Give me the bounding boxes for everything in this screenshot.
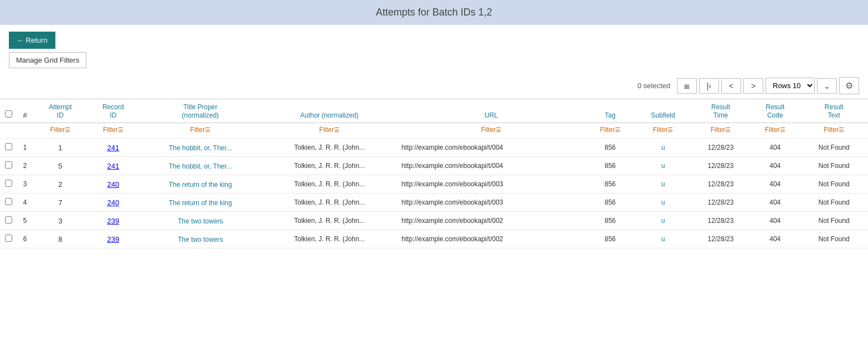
row-title-proper[interactable]: The hobbit, or, Ther... — [139, 157, 262, 175]
prev-page-button[interactable]: < — [721, 78, 741, 94]
row-record-id[interactable]: 240 — [88, 175, 139, 194]
record-id-link[interactable]: 239 — [107, 217, 119, 225]
table-row: 5 3 239 The two towers Tolkien, J. R. R.… — [0, 212, 868, 230]
record-id-link[interactable]: 241 — [107, 162, 119, 170]
th-result-time[interactable]: ResultTime — [691, 99, 751, 123]
row-tag: 856 — [585, 230, 635, 248]
row-attempt-id: 5 — [33, 157, 88, 175]
filter-tag[interactable]: Filter☰ — [585, 123, 635, 139]
row-url: http://example.com/ebookapi/t/003 — [397, 175, 585, 194]
filter-title-proper[interactable]: Filter☰ — [139, 123, 262, 139]
record-id-link[interactable]: 241 — [107, 144, 119, 152]
row-checkbox-cell[interactable] — [0, 212, 17, 230]
title-link[interactable]: The return of the king — [169, 199, 232, 207]
th-attempt-id-link[interactable]: AttemptID — [49, 103, 71, 119]
th-title-proper[interactable]: Title Proper(normalized) — [139, 99, 262, 123]
table-row: 6 8 239 The two towers Tolkien, J. R. R.… — [0, 230, 868, 248]
th-subfield[interactable]: Subfield — [635, 99, 691, 123]
row-checkbox-cell[interactable] — [0, 139, 17, 157]
row-checkbox[interactable] — [5, 216, 12, 223]
filter-row: Filter☰ Filter☰ Filter☰ Filter☰ Filter☰ … — [0, 123, 868, 139]
return-button[interactable]: ← Return — [9, 32, 55, 49]
table-row: 1 1 241 The hobbit, or, Ther... Tolkien,… — [0, 139, 868, 157]
th-record-id-link[interactable]: RecordID — [102, 103, 124, 119]
th-result-time-link[interactable]: ResultTime — [711, 103, 730, 119]
th-subfield-link[interactable]: Subfield — [651, 111, 675, 119]
filter-subfield[interactable]: Filter☰ — [635, 123, 691, 139]
th-tag[interactable]: Tag — [585, 99, 635, 123]
row-record-id[interactable]: 241 — [88, 157, 139, 175]
row-record-id[interactable]: 241 — [88, 139, 139, 157]
th-record-id[interactable]: RecordID — [88, 99, 139, 123]
row-record-id[interactable]: 239 — [88, 212, 139, 230]
row-checkbox-cell[interactable] — [0, 157, 17, 175]
row-title-proper[interactable]: The two towers — [139, 212, 262, 230]
th-result-code[interactable]: ResultCode — [750, 99, 800, 123]
row-record-id[interactable]: 240 — [88, 194, 139, 212]
selected-count: 0 selected — [638, 82, 670, 90]
row-subfield: u — [635, 157, 691, 175]
title-link[interactable]: The two towers — [178, 236, 223, 243]
filter-result-text[interactable]: Filter☰ — [800, 123, 868, 139]
select-all-checkbox[interactable] — [5, 110, 12, 118]
filter-attempt-id[interactable]: Filter☰ — [33, 123, 88, 139]
table-body: 1 1 241 The hobbit, or, Ther... Tolkien,… — [0, 139, 868, 248]
row-checkbox-cell[interactable] — [0, 175, 17, 194]
first-page-button[interactable]: |‹ — [699, 78, 719, 94]
row-checkbox-cell[interactable] — [0, 230, 17, 248]
row-title-proper[interactable]: The return of the king — [139, 194, 262, 212]
row-tag: 856 — [585, 175, 635, 194]
record-id-link[interactable]: 240 — [107, 199, 119, 207]
th-attempt-id[interactable]: AttemptID — [33, 99, 88, 123]
next-page-button[interactable]: > — [743, 78, 763, 94]
th-result-text[interactable]: ResultText — [800, 99, 868, 123]
row-checkbox[interactable] — [5, 143, 12, 150]
row-result-text: Not Found — [800, 212, 868, 230]
row-url: http://example.com/ebookapi/t/003 — [397, 194, 585, 212]
row-checkbox-cell[interactable] — [0, 194, 17, 212]
th-url[interactable]: URL — [397, 99, 585, 123]
title-link[interactable]: The two towers — [178, 217, 223, 225]
grid-controls: 0 selected ≣ |‹ < > Rows 10 Rows 25 Rows… — [0, 75, 868, 99]
row-result-text: Not Found — [800, 230, 868, 248]
filter-url[interactable]: Filter☰ — [397, 123, 585, 139]
row-title-proper[interactable]: The two towers — [139, 230, 262, 248]
row-checkbox[interactable] — [5, 161, 12, 169]
filter-author[interactable]: Filter☰ — [262, 123, 397, 139]
row-attempt-id: 1 — [33, 139, 88, 157]
row-result-time: 12/28/23 — [691, 157, 751, 175]
row-tag: 856 — [585, 157, 635, 175]
row-result-text: Not Found — [800, 157, 868, 175]
title-link[interactable]: The return of the king — [169, 181, 232, 189]
row-record-id[interactable]: 239 — [88, 230, 139, 248]
title-link[interactable]: The hobbit, or, Ther... — [169, 144, 232, 152]
row-checkbox[interactable] — [5, 198, 12, 205]
th-result-code-link[interactable]: ResultCode — [766, 103, 784, 119]
filter-result-time[interactable]: Filter☰ — [691, 123, 751, 139]
th-result-text-link[interactable]: ResultText — [825, 103, 844, 119]
rows-per-page-select[interactable]: Rows 10 Rows 25 Rows 50 — [766, 78, 815, 94]
row-author: Tolkien, J. R. R. (John... — [262, 230, 397, 248]
th-title-proper-link[interactable]: Title Proper(normalized) — [182, 103, 219, 119]
row-tag: 856 — [585, 212, 635, 230]
sort-button[interactable]: ≣ — [677, 78, 697, 94]
row-checkbox[interactable] — [5, 235, 12, 242]
title-link[interactable]: The hobbit, or, Ther... — [169, 162, 232, 170]
row-title-proper[interactable]: The return of the king — [139, 175, 262, 194]
row-title-proper[interactable]: The hobbit, or, Ther... — [139, 139, 262, 157]
filter-record-id[interactable]: Filter☰ — [88, 123, 139, 139]
record-id-link[interactable]: 240 — [107, 180, 119, 189]
th-author-link[interactable]: Author (normalized) — [300, 111, 358, 119]
th-url-link[interactable]: URL — [485, 111, 498, 119]
rows-dropdown-button[interactable]: ⌄ — [817, 78, 837, 94]
settings-button[interactable]: ⚙ — [839, 77, 859, 94]
row-result-time: 12/28/23 — [691, 212, 751, 230]
manage-filters-button[interactable]: Manage Grid Filters — [9, 52, 86, 68]
row-result-time: 12/28/23 — [691, 230, 751, 248]
record-id-link[interactable]: 239 — [107, 235, 119, 243]
th-tag-link[interactable]: Tag — [605, 111, 615, 119]
filter-result-code[interactable]: Filter☰ — [750, 123, 800, 139]
row-checkbox[interactable] — [5, 180, 12, 187]
th-author-normalized[interactable]: Author (normalized) — [262, 99, 397, 123]
select-all-checkbox-cell[interactable] — [0, 99, 17, 123]
